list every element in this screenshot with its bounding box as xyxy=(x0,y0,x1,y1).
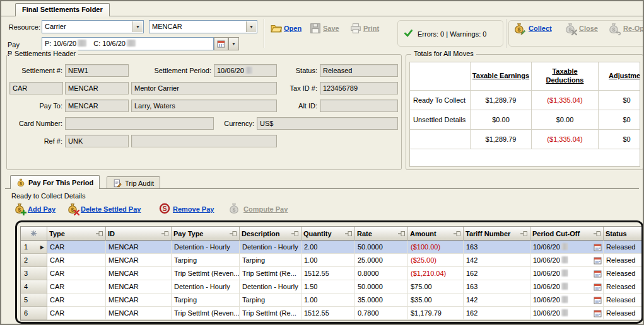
column-header-type[interactable]: Type xyxy=(47,227,106,241)
cell-status[interactable]: Released xyxy=(604,294,642,307)
cell-pay-type[interactable]: Tarping xyxy=(172,294,240,307)
cell-period-cutoff[interactable]: 10/06/20 xyxy=(530,307,604,320)
cell-status[interactable]: Released xyxy=(604,241,642,254)
cell-quantity[interactable]: 1512.55 xyxy=(302,307,355,320)
cell-status[interactable]: Released xyxy=(604,280,642,294)
cell-description[interactable]: Tarping xyxy=(240,294,302,307)
cell-description[interactable]: Detention - Hourly xyxy=(240,241,302,254)
pay-period-dropdown-button[interactable]: ▼ xyxy=(228,37,239,50)
column-header-id[interactable]: ID xyxy=(106,227,172,241)
cell-pay-type[interactable]: Detention - Hourly xyxy=(172,241,240,254)
column-header-amount[interactable]: Amount xyxy=(408,227,464,241)
cell-amount[interactable]: ($100.00) xyxy=(408,241,464,254)
cell-rate[interactable]: 50.0000 xyxy=(355,241,408,254)
add-pay-icon[interactable] xyxy=(14,203,25,214)
collect-button[interactable]: Collect xyxy=(529,25,552,32)
row-header[interactable]: 1▶ xyxy=(21,241,47,254)
row-selector-header[interactable] xyxy=(21,227,47,241)
calendar-icon[interactable] xyxy=(594,296,602,304)
cell-tariff-number[interactable]: 162 xyxy=(464,307,530,320)
cell-type[interactable]: CAR xyxy=(47,241,106,254)
cell-period-cutoff[interactable]: 10/06/20 xyxy=(530,241,604,254)
delete-settled-pay-button[interactable]: Delete Settled Pay xyxy=(81,205,141,213)
column-header-period-cutoff[interactable]: Period Cut-Off xyxy=(530,227,604,241)
cell-period-cutoff[interactable]: 10/06/20 xyxy=(530,280,604,294)
pin-icon[interactable] xyxy=(345,231,353,237)
cell-tariff-number[interactable]: 163 xyxy=(464,241,530,254)
cell-description[interactable]: Tarping xyxy=(240,254,302,267)
cell-pay-type[interactable]: Tarping xyxy=(172,254,240,267)
cell-id[interactable]: MENCAR xyxy=(106,307,172,320)
reopen-icon[interactable] xyxy=(608,23,619,34)
pin-icon[interactable] xyxy=(291,231,299,237)
grid-row[interactable]: 6 CAR MENCAR Trip Settlmt (Reven... Trip… xyxy=(21,307,642,320)
cell-quantity[interactable]: 2.00 xyxy=(302,241,355,254)
column-header-status[interactable]: Status xyxy=(604,227,642,241)
compute-pay-icon[interactable] xyxy=(228,203,240,214)
cell-rate[interactable]: 0.8000 xyxy=(355,267,408,280)
calendar-icon[interactable] xyxy=(594,243,602,251)
cell-rate[interactable]: 35.0000 xyxy=(355,294,408,307)
column-header-pay-type[interactable]: Pay Type xyxy=(172,227,240,241)
cell-tariff-number[interactable]: 162 xyxy=(464,267,530,280)
cell-status[interactable]: Released xyxy=(604,267,642,280)
grid-row[interactable]: 4 CAR MENCAR Detention - Hourly Detentio… xyxy=(21,280,642,294)
grid-row[interactable]: 3 CAR MENCAR Trip Settlmt (Reven... Trip… xyxy=(21,267,642,280)
cell-quantity[interactable]: 1.50 xyxy=(302,280,355,294)
cell-tariff-number[interactable]: 163 xyxy=(464,280,530,294)
pin-icon[interactable] xyxy=(398,231,406,237)
cell-pay-type[interactable]: Trip Settlmt (Reven... xyxy=(172,307,240,320)
cell-period-cutoff[interactable]: 10/06/20 xyxy=(530,254,604,267)
pin-icon[interactable] xyxy=(594,231,601,237)
cell-type[interactable]: CAR xyxy=(47,267,106,280)
grid-row[interactable]: 5 CAR MENCAR Tarping Tarping 1.00 35.000… xyxy=(21,294,642,307)
calendar-icon[interactable] xyxy=(594,270,602,278)
cell-period-cutoff[interactable]: 10/06/20 xyxy=(530,267,604,280)
cell-id[interactable]: MENCAR xyxy=(106,294,172,307)
resource-id-combo[interactable]: MENCAR ▼ xyxy=(149,20,257,33)
resource-type-combo[interactable]: Carrier ▼ xyxy=(42,20,144,33)
cell-pay-type[interactable]: Trip Settlmt (Reven... xyxy=(172,267,240,280)
cell-rate[interactable]: 50.0000 xyxy=(355,280,408,294)
column-header-rate[interactable]: Rate xyxy=(355,227,408,241)
print-icon[interactable] xyxy=(350,23,361,34)
close-button[interactable]: Close xyxy=(579,25,598,32)
pin-icon[interactable] xyxy=(96,231,103,237)
collect-icon[interactable] xyxy=(513,23,525,34)
compute-pay-button[interactable]: Compute Pay xyxy=(243,205,288,213)
cell-type[interactable]: CAR xyxy=(47,254,106,267)
column-header-tariff-number[interactable]: Tariff Number xyxy=(464,227,530,241)
calendar-icon[interactable] xyxy=(594,256,602,265)
remove-pay-button[interactable]: Remove Pay xyxy=(173,205,214,213)
row-header[interactable]: 6 xyxy=(21,307,47,320)
cell-description[interactable]: Trip Settlmt (Re... xyxy=(240,267,302,280)
save-icon[interactable] xyxy=(310,23,321,34)
pay-period-calendar-button[interactable] xyxy=(214,37,228,50)
row-header[interactable]: 4 xyxy=(21,280,47,294)
pin-icon[interactable] xyxy=(161,231,169,237)
pin-icon[interactable] xyxy=(520,231,528,237)
pay-period-field[interactable]: P: 10/6/20 C: 10/6/20 xyxy=(42,37,214,50)
column-header-quantity[interactable]: Quantity xyxy=(302,227,355,241)
tab-trip-audit[interactable]: Trip Audit xyxy=(107,176,160,189)
cell-id[interactable]: MENCAR xyxy=(106,267,172,280)
grid-row[interactable]: 1▶ CAR MENCAR Detention - Hourly Detenti… xyxy=(21,241,642,254)
tab-final-settlements-folder[interactable]: Final Settlements Folder xyxy=(15,3,110,16)
cell-quantity[interactable]: 1.00 xyxy=(302,254,355,267)
pin-icon[interactable] xyxy=(230,231,237,237)
reopen-button[interactable]: Re-Op xyxy=(623,25,644,32)
chevron-down-icon[interactable]: ▼ xyxy=(246,21,256,32)
cell-amount[interactable]: $35.00 xyxy=(408,294,464,307)
cell-tariff-number[interactable]: 142 xyxy=(464,294,530,307)
calendar-icon[interactable] xyxy=(594,283,602,291)
row-header[interactable]: 3 xyxy=(21,267,47,280)
cell-type[interactable]: CAR xyxy=(47,307,106,320)
cell-pay-type[interactable]: Detention - Hourly xyxy=(172,280,240,294)
cell-type[interactable]: CAR xyxy=(47,294,106,307)
cell-period-cutoff[interactable]: 10/06/20 xyxy=(530,294,604,307)
print-button[interactable]: Print xyxy=(363,25,379,32)
row-header[interactable]: 5 xyxy=(21,294,47,307)
grid-row[interactable]: 2 CAR MENCAR Tarping Tarping 1.00 25.000… xyxy=(21,254,642,267)
delete-settled-pay-icon[interactable] xyxy=(67,203,78,214)
cell-id[interactable]: MENCAR xyxy=(106,254,172,267)
